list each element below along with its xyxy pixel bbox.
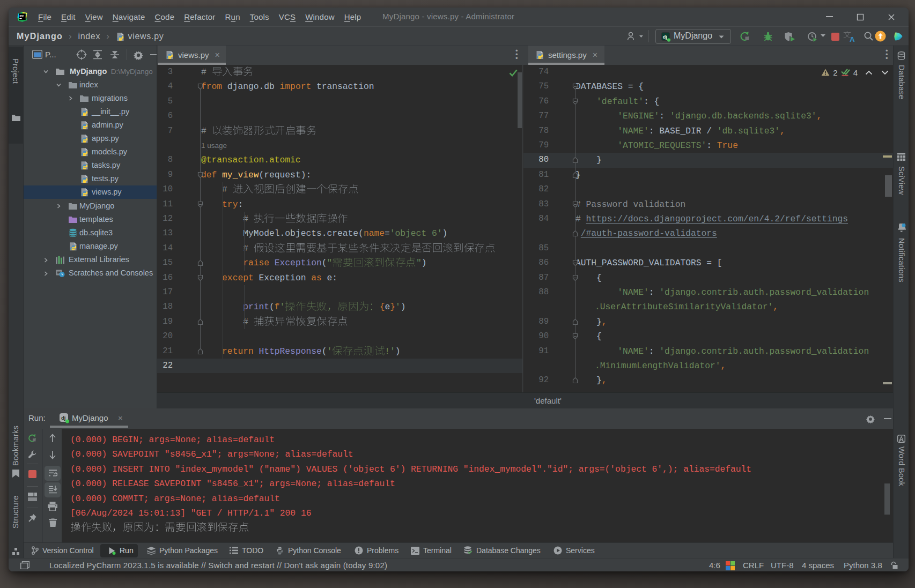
- svg-text:dj: dj: [663, 34, 667, 39]
- svg-text:PC: PC: [19, 14, 24, 18]
- svg-text:A: A: [850, 35, 855, 42]
- svg-text:dj: dj: [61, 415, 65, 421]
